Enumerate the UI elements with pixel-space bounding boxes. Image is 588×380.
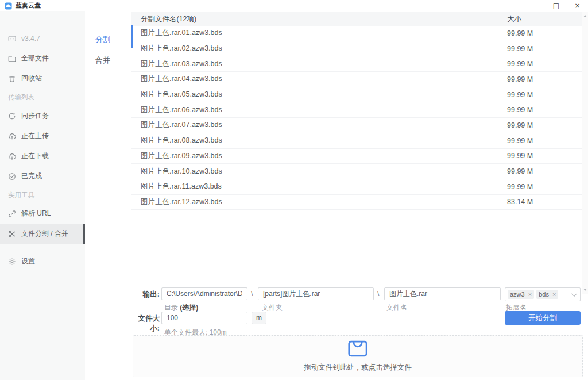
extension-tag: azw3 × — [508, 290, 534, 299]
content-panel: 分割文件名(12项) 大小 图片上色.rar.01.azw3.bds 99.99… — [131, 11, 588, 380]
scissors-icon — [8, 230, 16, 238]
table-row[interactable]: 图片上色.rar.02.azw3.bds 99.99 M — [131, 41, 588, 57]
table-scrollbar[interactable] — [582, 12, 588, 294]
file-name: 图片上色.rar.12.azw3.bds — [131, 197, 222, 207]
output-dir-input[interactable] — [161, 287, 247, 300]
cloud-download-icon — [8, 152, 16, 160]
chevron-down-icon[interactable] — [571, 291, 577, 297]
sidebar-section-tools: 实用工具 — [0, 186, 85, 204]
path-separator: \ — [377, 290, 379, 298]
version-icon — [8, 34, 16, 43]
table-row[interactable]: 图片上色.rar.07.azw3.bds 99.99 M — [131, 118, 588, 133]
table-row[interactable]: 图片上色.rar.09.azw3.bds 99.99 M — [131, 149, 588, 164]
sidebar-item-split-merge[interactable]: 文件分割 / 合并 — [0, 224, 85, 244]
table-row[interactable]: 图片上色.rar.03.azw3.bds 99.99 M — [131, 56, 588, 72]
file-size: 99.99 M — [507, 121, 533, 129]
table-row[interactable]: 图片上色.rar.08.azw3.bds 99.99 M — [131, 133, 588, 149]
file-size: 99.99 M — [507, 29, 533, 37]
file-size: 99.99 M — [507, 91, 533, 99]
start-split-button[interactable]: 开始分割 — [505, 311, 581, 325]
sidebar: v3.4.7 全部文件 回收站 传输列表 同步任务 — [0, 11, 85, 380]
file-size: 99.99 M — [507, 75, 533, 83]
file-size: 99.99 M — [507, 106, 533, 114]
title-bar: 蓝奏云盘 – □ × — [0, 0, 588, 11]
sidebar-item-recycle-bin[interactable]: 回收站 — [0, 68, 85, 89]
extension-tag-select[interactable]: azw3 × bds × — [505, 287, 581, 301]
sidebar-item-uploading[interactable]: 正在上传 — [0, 126, 85, 146]
drop-zone-text: 拖动文件到此处，或点击选择文件 — [304, 363, 412, 373]
file-size: 99.99 M — [507, 152, 533, 160]
file-drop-zone[interactable]: 拖动文件到此处，或点击选择文件 — [133, 335, 583, 377]
file-name: 图片上色.rar.08.azw3.bds — [131, 136, 222, 145]
scroll-down-icon[interactable] — [583, 289, 587, 291]
trash-icon — [8, 75, 16, 83]
sync-icon — [8, 112, 16, 120]
sidebar-item-label: 同步任务 — [21, 111, 49, 121]
table-row[interactable]: 图片上色.rar.04.azw3.bds 99.99 M — [131, 72, 588, 87]
file-name: 图片上色.rar.05.azw3.bds — [131, 90, 222, 99]
tag-label: azw3 — [510, 291, 527, 298]
file-name: 图片上色.rar.03.azw3.bds — [131, 59, 222, 69]
app-title: 蓝奏云盘 — [16, 1, 41, 10]
minimize-button[interactable]: – — [524, 0, 546, 11]
size-unit-box[interactable]: m — [252, 312, 266, 324]
file-size: 99.99 M — [507, 137, 533, 145]
close-button[interactable]: × — [567, 0, 588, 11]
sidebar-item-all-files[interactable]: 全部文件 — [0, 48, 85, 68]
check-circle-icon — [8, 172, 16, 181]
file-size: 99.99 M — [507, 167, 533, 175]
subnav: 分割 合并 — [85, 11, 131, 380]
sidebar-item-sync-tasks[interactable]: 同步任务 — [0, 106, 85, 126]
sidebar-item-label: 正在下载 — [21, 151, 49, 161]
folder-icon — [8, 55, 16, 63]
tag-label: bds — [539, 291, 551, 298]
extension-tag: bds × — [536, 290, 558, 299]
file-size-label: 文件大小: — [131, 314, 160, 333]
table-row[interactable]: 图片上色.rar.12.azw3.bds 83.14 M — [131, 195, 588, 210]
cloud-upload-icon — [8, 132, 16, 140]
inbox-icon — [348, 340, 368, 359]
file-size: 99.99 M — [507, 45, 533, 53]
gear-icon — [8, 258, 16, 266]
tab-merge[interactable]: 合并 — [85, 50, 131, 71]
table-row[interactable]: 图片上色.rar.01.azw3.bds 99.99 M — [131, 26, 588, 41]
table-row[interactable]: 图片上色.rar.05.azw3.bds 99.99 M — [131, 87, 588, 103]
sidebar-item-label: 文件分割 / 合并 — [21, 229, 68, 239]
table-header: 分割文件名(12项) 大小 — [131, 12, 588, 26]
output-label: 输出: — [131, 290, 160, 300]
file-size: 99.99 M — [507, 60, 533, 68]
file-name: 图片上色.rar.06.azw3.bds — [131, 105, 222, 115]
table-row[interactable]: 图片上色.rar.06.azw3.bds 99.99 M — [131, 102, 588, 118]
scroll-up-icon[interactable] — [583, 15, 587, 17]
table-row[interactable]: 图片上色.rar.11.azw3.bds 99.99 M — [131, 179, 588, 195]
sidebar-section-transfer: 传输列表 — [0, 89, 85, 106]
file-size: 99.99 M — [507, 183, 533, 191]
choose-dir-link[interactable]: (选择) — [180, 304, 198, 312]
sidebar-item-completed[interactable]: 已完成 — [0, 166, 85, 186]
chunk-size-input[interactable] — [161, 312, 247, 324]
file-name: 图片上色.rar.09.azw3.bds — [131, 151, 222, 161]
tag-close-icon[interactable]: × — [552, 291, 556, 298]
sidebar-item-version: v3.4.7 — [0, 28, 85, 48]
table-row[interactable]: 图片上色.rar.10.azw3.bds 99.99 M — [131, 164, 588, 179]
tab-split[interactable]: 分割 — [85, 29, 131, 50]
tag-close-icon[interactable]: × — [528, 291, 532, 298]
file-size: 83.14 M — [507, 198, 533, 206]
maximize-button[interactable]: □ — [546, 0, 567, 11]
sidebar-item-label: 回收站 — [21, 74, 42, 83]
sidebar-item-downloading[interactable]: 正在下载 — [0, 146, 85, 166]
sidebar-item-parse-url[interactable]: 解析 URL — [0, 204, 85, 224]
file-name: 图片上色.rar.07.azw3.bds — [131, 120, 222, 130]
sidebar-item-label: 已完成 — [21, 171, 42, 181]
sidebar-item-label: 全部文件 — [21, 53, 49, 63]
output-filename-input[interactable] — [384, 287, 501, 300]
active-tab-indicator — [131, 25, 133, 48]
file-name: 图片上色.rar.02.azw3.bds — [131, 44, 222, 53]
output-folder-input[interactable] — [258, 287, 374, 300]
app-logo-icon — [5, 2, 12, 9]
window-controls: – □ × — [524, 0, 588, 11]
path-separator: \ — [251, 290, 253, 298]
file-table: 分割文件名(12项) 大小 图片上色.rar.01.azw3.bds 99.99… — [131, 12, 588, 210]
sidebar-item-settings[interactable]: 设置 — [0, 251, 85, 271]
file-name: 图片上色.rar.10.azw3.bds — [131, 167, 222, 176]
